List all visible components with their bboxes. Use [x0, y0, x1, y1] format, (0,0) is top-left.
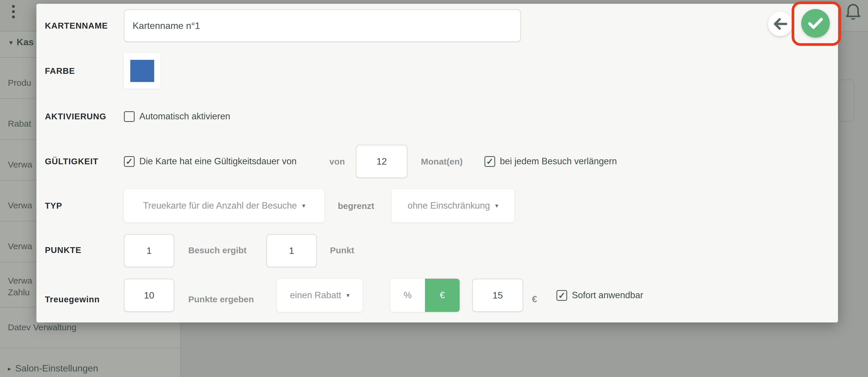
auto-activate-label: Automatisch aktivieren [139, 111, 230, 122]
back-button[interactable] [768, 12, 793, 36]
percent-euro-toggle: % € [390, 279, 460, 312]
treuegewinn-label: Treuegewinn [45, 294, 100, 305]
reward-points-input[interactable] [124, 279, 174, 312]
sidebar-item-verwaltung-2[interactable]: Verwa [8, 200, 32, 211]
color-swatch-blue[interactable] [130, 60, 154, 82]
aktivierung-label: AKTIVIERUNG [45, 111, 106, 122]
sidebar-item-verwaltung-zahlung[interactable]: Verwa Zahlu [8, 275, 32, 298]
typ-label: TYP [45, 200, 62, 211]
caret-down-icon: ▾ [495, 202, 498, 209]
caret-down-icon: ▾ [346, 292, 350, 299]
validity-months-input[interactable] [356, 145, 407, 178]
sidebar-item-rabatte[interactable]: Rabat [8, 118, 31, 129]
besuch-ergibt-label: Besuch ergibt [188, 245, 247, 256]
monaten-label: Monat(en) [421, 156, 463, 167]
validity-label: Die Karte hat eine Gültigkeitsdauer von [139, 156, 297, 167]
sidebar-item-verwaltung-1[interactable]: Verwa [8, 159, 32, 170]
loyalty-card-edit-modal: KARTENNAME FARBE AKTIVIERUNG ✓ Automatis… [36, 4, 838, 322]
confirm-save-button[interactable] [801, 9, 830, 38]
color-picker[interactable] [124, 53, 161, 89]
limit-dropdown[interactable]: ohne Einschränkung▾ [392, 189, 515, 222]
extend-on-visit-label: bei jedem Besuch verlängern [500, 156, 617, 167]
gueltigkeit-label: GÜLTIGKEIT [45, 156, 98, 167]
sidebar-item-salon-einstellungen[interactable]: ▸Salon-Einstellungen [8, 362, 98, 375]
visits-count-input[interactable] [124, 234, 174, 267]
validity-checkbox[interactable]: ✓ [124, 156, 135, 167]
sofort-anwendbar-checkbox[interactable]: ✓ [556, 290, 567, 301]
arrow-left-icon [773, 18, 787, 30]
check-icon [808, 17, 823, 29]
caret-right-icon: ▸ [8, 363, 11, 375]
auto-activate-checkbox[interactable]: ✓ [124, 111, 135, 122]
kartenname-input[interactable] [124, 9, 521, 42]
punkte-label: PUNKTE [45, 244, 81, 256]
euro-suffix-label: € [532, 294, 537, 304]
background-card-outline [839, 79, 854, 122]
caret-down-icon: ▾ [302, 202, 306, 209]
kartenname-label: KARTENNAME [45, 20, 108, 31]
sofort-anwendbar-label: Sofort anwendbar [572, 290, 643, 301]
notification-bell-icon[interactable] [845, 3, 862, 21]
kebab-menu-icon[interactable] [12, 5, 15, 21]
caret-down-icon: ▾ [9, 37, 12, 49]
punkt-label: Punkt [330, 245, 354, 256]
points-per-visit-input[interactable] [267, 234, 317, 267]
von-label: von [329, 156, 345, 167]
sidebar-item-verwaltung-3[interactable]: Verwa [8, 240, 32, 252]
farbe-label: FARBE [45, 65, 75, 77]
sidebar-item-produkte[interactable]: Produ [8, 77, 31, 89]
begrenzt-label: begrenzt [338, 200, 374, 211]
punkte-ergeben-label: Punkte ergeben [188, 294, 254, 305]
reward-type-dropdown[interactable]: einen Rabatt▾ [277, 279, 363, 312]
sidebar-item-kasse[interactable]: ▾Kas [9, 36, 34, 49]
reward-amount-input[interactable] [472, 279, 523, 312]
euro-option-selected[interactable]: € [425, 279, 460, 312]
card-type-dropdown[interactable]: Treuekarte für die Anzahl der Besuche▾ [124, 189, 324, 222]
sidebar-item-datev-verwaltung[interactable]: Datev Verwaltung [8, 322, 76, 333]
extend-on-visit-checkbox[interactable]: ✓ [485, 156, 495, 167]
percent-option[interactable]: % [390, 279, 425, 312]
